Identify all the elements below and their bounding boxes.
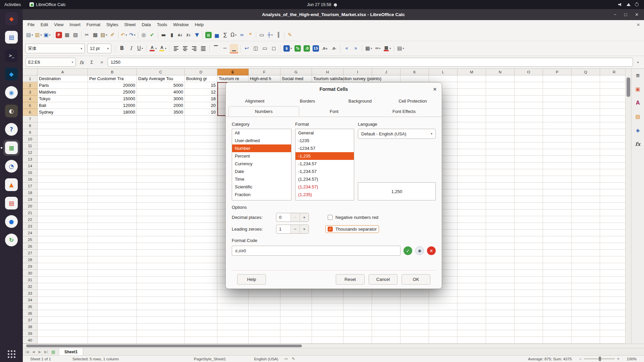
cell[interactable] [458,116,486,122]
cell[interactable] [515,102,543,109]
cell[interactable] [572,183,600,189]
cell[interactable] [137,163,185,169]
cell-c5[interactable]: 2000 [137,102,185,109]
leading-zeroes-decrease-button[interactable]: − [290,225,300,233]
cell[interactable] [543,337,572,344]
cell[interactable] [38,122,88,129]
cell[interactable] [429,330,458,337]
cell[interactable] [280,323,312,330]
tab-alignment[interactable]: Alignment [228,96,281,106]
insert-column-button[interactable]: ▮ [168,31,176,40]
ok-button[interactable]: OK [401,274,430,285]
cell[interactable] [185,142,217,149]
cell[interactable] [515,243,543,250]
cell[interactable] [600,156,625,163]
freeze-rows-and-columns-button[interactable]: ┼▾ [266,31,274,40]
cell[interactable] [458,230,486,236]
clone-formatting-button[interactable]: ✐ [108,31,117,40]
cell[interactable] [88,277,137,283]
cell[interactable] [280,337,312,344]
maximize-button[interactable]: □ [624,12,627,17]
cell[interactable] [185,189,217,196]
cell[interactable] [486,337,515,344]
row-header-16[interactable]: 16 [23,176,38,183]
row-header-24[interactable]: 24 [23,230,38,236]
cell[interactable] [249,297,280,303]
cell[interactable] [38,196,88,203]
cell[interactable] [600,96,625,102]
delete-format-button[interactable]: ✕ [427,246,436,255]
cell[interactable] [486,277,515,283]
cell[interactable] [137,183,185,189]
save-button[interactable]: ▣▾ [43,31,51,40]
cell[interactable] [600,142,625,149]
format-option[interactable]: -1,235 [296,152,354,160]
cell[interactable] [600,136,625,142]
cell[interactable] [137,256,185,263]
cell[interactable] [543,223,572,230]
cell[interactable] [486,156,515,163]
cell[interactable] [572,317,600,323]
cell[interactable] [217,310,249,317]
column-header-h[interactable]: H [312,69,343,75]
row-header-25[interactable]: 25 [23,236,38,243]
column-header-r[interactable]: R [600,69,625,75]
cell[interactable] [185,149,217,156]
cell[interactable] [543,270,572,277]
cell[interactable] [572,116,600,122]
cell[interactable] [185,223,217,230]
cell[interactable] [458,283,486,290]
cell[interactable] [185,183,217,189]
cell[interactable] [343,317,372,323]
cell[interactable] [137,236,185,243]
cell[interactable] [280,290,312,297]
cell[interactable] [458,203,486,209]
functions-button[interactable]: fx [634,140,642,148]
cell-c2[interactable]: 5000 [137,82,185,89]
cell[interactable] [458,330,486,337]
cell[interactable] [185,310,217,317]
cell[interactable] [543,290,572,297]
cell[interactable] [600,277,625,283]
cell[interactable] [343,310,372,317]
cell[interactable] [88,337,137,344]
cell[interactable] [88,129,137,136]
cell[interactable] [249,337,280,344]
category-scientific[interactable]: Scientific [232,183,291,191]
cell[interactable] [185,250,217,256]
cell[interactable] [185,297,217,303]
row-header-35[interactable]: 35 [23,303,38,310]
cell[interactable] [458,169,486,176]
cell[interactable] [280,310,312,317]
cell[interactable] [486,270,515,277]
category-list[interactable]: AllUser-definedNumberPercentCurrencyDate… [232,129,291,200]
format-option[interactable]: (1,234.57) [296,198,354,200]
row-header-34[interactable]: 34 [23,297,38,303]
chromium-launcher[interactable]: ◉ [3,84,19,101]
category-time[interactable]: Time [232,175,291,183]
cell[interactable] [458,176,486,183]
cell[interactable] [137,209,185,216]
cell[interactable] [543,310,572,317]
cell-d3[interactable]: 12 [185,89,217,96]
conditional-formatting-button[interactable]: ▤▾ [396,44,405,53]
cell[interactable] [185,263,217,270]
column-header-l[interactable]: L [429,69,458,75]
cell[interactable] [572,243,600,250]
cell[interactable] [458,183,486,189]
insert-mode-icon[interactable]: ▭ [284,357,288,361]
row-header-29[interactable]: 29 [23,263,38,270]
cell[interactable] [600,310,625,317]
cell[interactable] [38,297,88,303]
cell[interactable] [458,216,486,223]
row-header-26[interactable]: 26 [23,243,38,250]
cell[interactable] [137,142,185,149]
cell[interactable] [38,256,88,263]
cell[interactable] [137,122,185,129]
cell[interactable] [486,142,515,149]
cell[interactable] [515,89,543,96]
cell[interactable] [185,156,217,163]
cell[interactable] [543,163,572,169]
cell[interactable] [543,236,572,243]
tab-font[interactable]: Font [299,106,369,117]
